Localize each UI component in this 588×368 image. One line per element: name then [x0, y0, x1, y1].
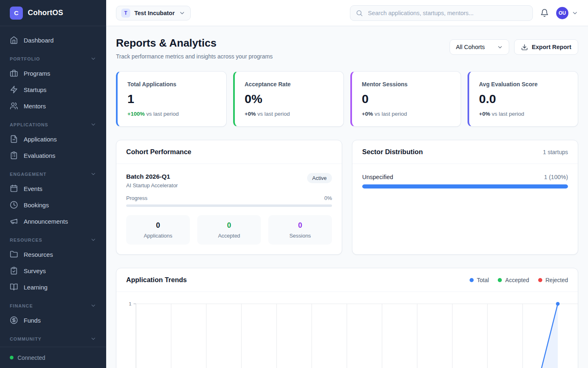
kpi-total-applications: Total Applications 1 +100% vs last perio…	[116, 71, 227, 127]
kpi-label: Mentor Sessions	[362, 81, 451, 88]
brand: C CohortOS	[0, 0, 106, 26]
application-trends-chart: 1	[116, 292, 578, 368]
content: Reports & Analytics Track performance me…	[106, 26, 588, 368]
kpi-delta-row: +0% vs last period	[362, 111, 451, 117]
folder-icon	[10, 250, 18, 258]
sidebar-item-resources[interactable]: Resources	[0, 246, 106, 263]
status-dot	[10, 356, 13, 359]
kpi-row: Total Applications 1 +100% vs last perio…	[116, 71, 578, 127]
sidebar-section-resources[interactable]: RESOURCES	[0, 229, 106, 246]
workspace-switcher[interactable]: T Test Incubator	[116, 6, 191, 20]
sidebar-item-events[interactable]: Events	[0, 180, 106, 197]
workspace-name: Test Incubator	[134, 10, 175, 16]
cohort-filter-select[interactable]: All Cohorts	[450, 39, 509, 55]
connection-status: Connected	[0, 347, 106, 368]
kpi-delta-row: +0% vs last period	[245, 111, 334, 117]
mini-stat-value: 0	[201, 221, 257, 230]
topbar: T Test Incubator OU	[106, 0, 588, 26]
sidebar-item-label: Events	[24, 185, 42, 192]
workspace-badge: T	[121, 9, 130, 18]
page-title: Reports & Analytics	[116, 37, 273, 49]
kpi-delta: +100%	[127, 111, 145, 117]
legend-item-rejected: Rejected	[538, 277, 568, 283]
sidebar-section-finance[interactable]: FINANCE	[0, 295, 106, 312]
zap-icon	[10, 85, 18, 94]
svg-text:1: 1	[129, 301, 131, 306]
sidebar-item-label: Mentors	[24, 103, 46, 110]
kpi-value: 0%	[245, 92, 334, 105]
cohort-performance-header: Cohort Performance	[116, 140, 342, 164]
legend-dot	[538, 278, 542, 282]
kpi-label: Acceptance Rate	[245, 81, 334, 88]
calendar-icon	[10, 184, 18, 193]
chevron-down-icon	[179, 10, 185, 16]
sidebar-item-dashboard[interactable]: Dashboard	[0, 32, 106, 48]
chart-legend: Total Accepted Rejected	[470, 277, 568, 283]
sidebar-item-announcements[interactable]: Announcements	[0, 213, 106, 229]
sector-label: Unspecified	[362, 174, 393, 180]
user-menu[interactable]: OU	[556, 7, 578, 19]
export-report-button[interactable]: Export Report	[514, 39, 578, 55]
sidebar-item-label: Resources	[24, 251, 53, 258]
export-report-label: Export Report	[532, 44, 571, 50]
sidebar-item-startups[interactable]: Startups	[0, 81, 106, 98]
sidebar-section-applications[interactable]: APPLICATIONS	[0, 114, 106, 131]
sidebar-item-bookings[interactable]: Bookings	[0, 197, 106, 213]
sector-row: Unspecified 1 (100%)	[362, 174, 568, 188]
sidebar-section-community[interactable]: COMMUNITY	[0, 328, 106, 345]
line-chart-svg: 1	[116, 292, 578, 368]
middle-row: Cohort Performance Batch 2026-Q1 AI Star…	[116, 140, 578, 255]
application-trends-card: Application Trends Total Accepted Reject…	[116, 268, 578, 368]
sidebar-item-mentors[interactable]: Mentors	[0, 98, 106, 114]
sidebar-item-label: Applications	[24, 136, 57, 143]
search-input[interactable]	[367, 9, 527, 17]
kpi-avg-evaluation-score: Avg Evaluation Score 0.0 +0% vs last per…	[468, 71, 578, 127]
sidebar-nav: Dashboard PORTFOLIO Programs Startups Me…	[0, 26, 106, 368]
briefcase-icon	[10, 69, 18, 77]
sidebar-item-evaluations[interactable]: Evaluations	[0, 147, 106, 164]
sidebar-item-programs[interactable]: Programs	[0, 65, 106, 81]
clipboard-list-icon	[10, 151, 18, 159]
kpi-acceptance-rate: Acceptance Rate 0% +0% vs last period	[233, 71, 344, 127]
sidebar-item-label: Surveys	[24, 267, 46, 274]
status-text: Connected	[18, 355, 45, 361]
legend-label: Total	[477, 277, 489, 283]
legend-item-accepted: Accepted	[498, 277, 529, 283]
legend-dot	[498, 278, 502, 282]
sidebar-item-label: Evaluations	[24, 152, 56, 159]
sector-bar-fill	[362, 184, 568, 188]
section-title: RESOURCES	[10, 238, 42, 242]
home-icon	[10, 36, 18, 44]
sidebar-section-engagement[interactable]: ENGAGEMENT	[0, 164, 106, 180]
cohort-performance-body: Batch 2026-Q1 AI Startup Accelerator Act…	[116, 164, 342, 254]
sidebar-item-learning[interactable]: Learning	[0, 279, 106, 295]
page-subtitle: Track performance metrics and insights a…	[116, 53, 273, 60]
sidebar-item-applications[interactable]: Applications	[0, 131, 106, 147]
sidebar-section-portfolio[interactable]: PORTFOLIO	[0, 48, 106, 65]
batch-mini-stats: 0 Applications 0 Accepted 0 Sessions	[126, 215, 332, 245]
sidebar-item-surveys[interactable]: Surveys	[0, 263, 106, 279]
chevron-down-icon	[90, 171, 96, 177]
legend-item-total: Total	[470, 277, 489, 283]
kpi-delta: +0%	[245, 111, 256, 117]
download-icon	[521, 44, 528, 51]
kpi-mentor-sessions: Mentor Sessions 0 +0% vs last period	[350, 71, 461, 127]
section-title: ENGAGEMENT	[10, 172, 47, 177]
main-area: T Test Incubator OU Reports & Analytics …	[106, 0, 588, 368]
kpi-delta-row: +100% vs last period	[127, 111, 216, 117]
application-trends-header: Application Trends Total Accepted Reject…	[116, 268, 578, 292]
kpi-delta: +0%	[479, 111, 490, 117]
notifications-button[interactable]	[540, 9, 549, 17]
global-search	[350, 5, 533, 21]
cohort-performance-card: Cohort Performance Batch 2026-Q1 AI Star…	[116, 140, 342, 255]
app-name: CohortOS	[28, 9, 63, 17]
chevron-down-icon	[90, 56, 96, 62]
sidebar-item-funds[interactable]: Funds	[0, 312, 106, 328]
kpi-delta-note: vs last period	[257, 111, 290, 117]
mini-stat-label: Accepted	[201, 233, 257, 239]
megaphone-icon	[10, 217, 18, 225]
cohort-filter-value: All Cohorts	[456, 44, 485, 50]
kpi-value: 0.0	[479, 92, 568, 105]
users-icon	[10, 102, 18, 110]
file-text-icon	[10, 135, 18, 143]
